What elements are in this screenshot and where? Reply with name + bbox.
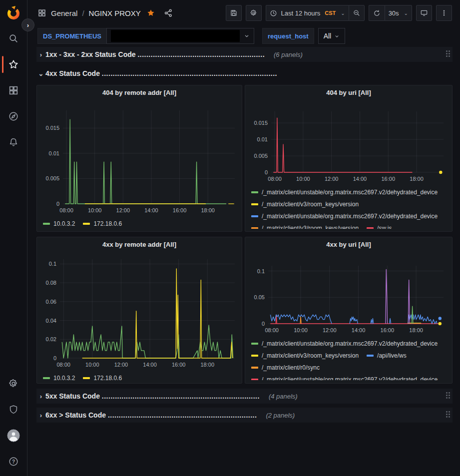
legend-series-swatch — [251, 343, 258, 345]
datasource-variable-select[interactable] — [106, 28, 254, 44]
refresh-icon — [373, 9, 381, 17]
svg-text:10:00: 10:00 — [294, 327, 308, 333]
row-header-1xx-3xx-2xx[interactable]: › 1xx - 3xx - 2xx Status Code ..........… — [36, 47, 453, 62]
chevron-down-icon: ⌄ — [36, 70, 45, 77]
breadcrumb-separator: / — [82, 9, 84, 17]
datasource-variable-label[interactable]: DS_PROMETHEUS — [37, 28, 106, 44]
server-admin-shield-icon[interactable] — [0, 402, 27, 417]
breadcrumb: General / NGINX PROXY — [37, 8, 173, 17]
legend-series-swatch — [83, 223, 90, 225]
panel-4xx-by-remote-addr: 4xx by remote addr [All] 00.020.040.060.… — [36, 237, 242, 384]
share-icon[interactable] — [164, 8, 173, 17]
help-icon[interactable]: ? — [0, 454, 27, 469]
timeseries-chart-4xx-by-remote-addr[interactable]: 00.020.040.060.080.108:0010:0012:0014:00… — [41, 251, 238, 371]
search-icon[interactable] — [0, 31, 27, 46]
sidebar: ? — [0, 0, 27, 476]
zoom-out-time-button[interactable] — [349, 5, 365, 21]
timeseries-chart-4xx-by-uri[interactable]: 00.050.108:0010:0012:0014:0016:0018:00 — [249, 251, 449, 337]
legend-item[interactable]: /api/live/ws — [367, 350, 407, 361]
panel-title[interactable]: 404 by uri [All] — [249, 85, 448, 99]
profile-avatar[interactable] — [0, 428, 27, 443]
panel-legend: 10.0.3.2172.18.0.6 — [41, 373, 238, 384]
panel-title[interactable]: 4xx by uri [All] — [249, 237, 448, 251]
row-title: 1xx - 3xx - 2xx Status Code — [45, 50, 136, 58]
row-title-dots: ........................................… — [108, 411, 257, 419]
dashboard-title[interactable]: NGINX PROXY — [89, 9, 141, 17]
svg-text:0.08: 0.08 — [46, 280, 56, 286]
panel-legend: /_matrix/client/unstable/org.matrix.msc2… — [249, 187, 448, 229]
legend-series-swatch — [251, 355, 258, 357]
starred-dashboards-icon[interactable] — [0, 57, 27, 72]
save-dashboard-button[interactable] — [226, 5, 242, 21]
dashboards-icon[interactable] — [0, 83, 27, 98]
grafana-logo[interactable] — [4, 4, 22, 22]
timeseries-chart-404-by-uri[interactable]: 00.0050.010.01508:0010:0012:0014:0016:00… — [249, 99, 449, 185]
refresh-interval-picker[interactable]: 30s ⌄ — [385, 5, 412, 21]
legend-item[interactable]: /_matrix/client/unstable/org.matrix.msc2… — [251, 187, 438, 198]
svg-text:0.02: 0.02 — [46, 336, 56, 342]
svg-text:08:00: 08:00 — [268, 176, 282, 182]
panel-title[interactable]: 4xx by remote addr [All] — [41, 237, 238, 251]
tv-mode-button[interactable] — [416, 5, 432, 21]
svg-text:?: ? — [12, 459, 15, 465]
alerting-bell-icon[interactable] — [0, 135, 27, 150]
legend-item[interactable]: 172.18.0.6 — [83, 373, 122, 384]
row-header-5xx[interactable]: › 5xx Status Code ......................… — [36, 389, 453, 404]
legend-series-label: /_matrix/client/unstable/org.matrix.msc2… — [262, 374, 438, 381]
legend-series-label: /_matrix/client/v3/room_keys/version — [262, 350, 359, 362]
more-options-button[interactable] — [436, 5, 452, 21]
panel-title[interactable]: 404 by remote addr [All] — [41, 85, 238, 99]
breadcrumb-folder[interactable]: General — [51, 9, 77, 17]
row-header-4xx[interactable]: ⌄ 4xx Status Code ......................… — [36, 66, 453, 81]
row-title: 5xx Status Code — [45, 392, 100, 400]
legend-series-label: /_matrix/client/v3/room_keys/version — [262, 199, 359, 210]
row-drag-handle[interactable] — [446, 411, 451, 418]
dashboard-settings-button[interactable] — [246, 5, 262, 21]
sidebar-expand-button[interactable]: › — [21, 18, 34, 31]
row-drag-handle[interactable] — [446, 392, 451, 399]
timezone-label: CST — [325, 10, 336, 16]
legend-item[interactable]: 172.18.0.6 — [83, 218, 122, 229]
legend-item[interactable]: /_matrix/client/unstable/org.matrix.msc2… — [251, 211, 438, 222]
svg-text:0.005: 0.005 — [45, 175, 59, 181]
legend-item[interactable]: /_matrix/client/v3/room_keys/version — [251, 223, 359, 229]
legend-series-swatch — [367, 227, 374, 229]
row-header-6xx[interactable]: › 6xx > Status Code ....................… — [36, 408, 453, 423]
row-drag-handle[interactable] — [446, 50, 451, 57]
explore-compass-icon[interactable] — [0, 109, 27, 124]
svg-text:12:00: 12:00 — [114, 362, 128, 368]
dashboard-canvas: › 1xx - 3xx - 2xx Status Code ..........… — [27, 47, 460, 427]
timeseries-chart-404-by-remote-addr[interactable]: 00.0050.010.01508:0010:0012:0014:0016:00… — [41, 99, 238, 217]
request-host-variable-label[interactable]: request_host — [262, 28, 314, 44]
legend-item[interactable]: /_matrix/client/v3/room_keys/version — [251, 350, 359, 361]
svg-text:14:00: 14:00 — [353, 176, 367, 182]
chevron-down-icon — [334, 33, 340, 39]
legend-item[interactable]: /_matrix/client/unstable/org.matrix.msc2… — [251, 374, 438, 380]
legend-series-swatch — [251, 367, 258, 369]
chevron-down-icon: ⌄ — [404, 10, 408, 16]
svg-text:18:00: 18:00 — [201, 207, 215, 213]
svg-text:0: 0 — [265, 169, 268, 175]
svg-text:0.05: 0.05 — [254, 294, 265, 300]
variables-row: DS_PROMETHEUS request_host All — [27, 26, 460, 46]
svg-text:18:00: 18:00 — [409, 327, 423, 333]
legend-item[interactable]: 10.0.3.2 — [43, 373, 75, 384]
favorite-star-icon[interactable] — [146, 8, 155, 17]
kebab-menu-icon — [441, 9, 448, 17]
legend-series-label: /_matrix/client/v3/room_keys/version — [262, 223, 359, 229]
legend-item[interactable]: /_matrix/client/unstable/org.matrix.msc2… — [251, 338, 438, 349]
refresh-button[interactable] — [369, 5, 385, 21]
legend-item[interactable]: /_matrix/client/v3/room_keys/version — [251, 199, 359, 210]
request-host-variable-select[interactable]: All — [318, 28, 346, 44]
settings-gear-icon[interactable] — [0, 376, 27, 391]
svg-text:14:00: 14:00 — [144, 207, 158, 213]
legend-item[interactable]: 10.0.3.2 — [43, 218, 75, 229]
row-title: 4xx Status Code — [45, 69, 100, 77]
legend-item[interactable]: /sw.js — [367, 223, 392, 229]
dashboard-header: General / NGINX PROXY Last 12 hours CST … — [27, 0, 460, 26]
panel-legend: /_matrix/client/unstable/org.matrix.msc2… — [249, 338, 448, 380]
legend-series-label: /_matrix/client/r0/sync — [262, 362, 320, 374]
legend-item[interactable]: /_matrix/client/r0/sync — [251, 362, 320, 373]
time-range-picker[interactable]: Last 12 hours CST ⌄ — [266, 5, 348, 21]
legend-series-label: 10.0.3.2 — [53, 220, 75, 227]
